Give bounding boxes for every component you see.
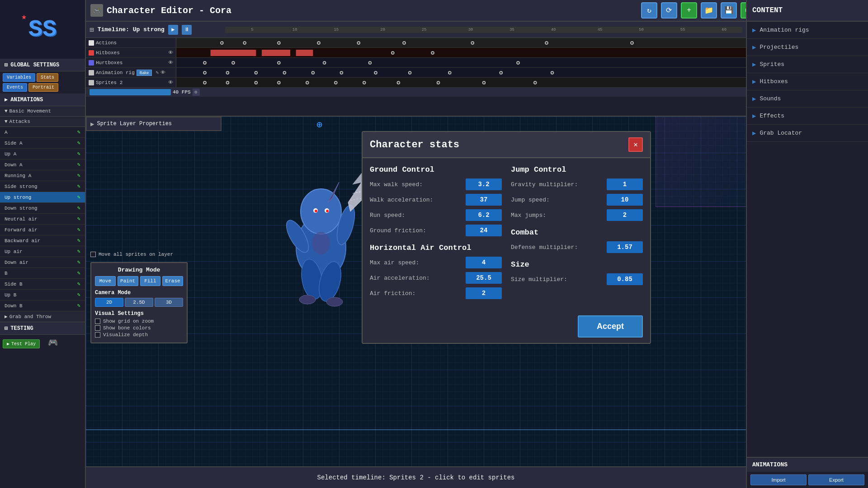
anim-item-down-b[interactable]: Down B ✎ (0, 300, 85, 311)
svg-point-14 (203, 61, 206, 64)
show-grid-checkbox[interactable] (95, 319, 100, 324)
anim-item-side-strong[interactable]: Side strong ✎ (0, 181, 85, 192)
attacks-header[interactable]: ▼ Attacks (0, 117, 85, 127)
anim-item-up-a[interactable]: Up A ✎ (0, 149, 85, 160)
anim-item-up-strong[interactable]: Up strong ✎ (0, 192, 85, 203)
defense-multiplier-value[interactable]: 1.57 (607, 241, 643, 253)
anim-item-down-strong-label: Down strong (5, 206, 38, 211)
anim-item-down-strong[interactable]: Down strong ✎ (0, 203, 85, 214)
svg-point-16 (278, 61, 280, 64)
size-multiplier-value[interactable]: 0.85 (607, 273, 643, 285)
track-anim-rig-label: Animation rig (96, 70, 135, 75)
move-sprites-checkbox[interactable] (90, 252, 96, 257)
svg-point-22 (255, 71, 257, 74)
variables-button[interactable]: Variables (3, 73, 35, 82)
jump-speed-value[interactable]: 10 (607, 194, 643, 206)
camera-2d-button[interactable]: 2D (95, 298, 123, 307)
anim-item-side-b[interactable]: Side B ✎ (0, 279, 85, 290)
anim-item-neutral-air[interactable]: Neutral air ✎ (0, 214, 85, 225)
max-jumps-value[interactable]: 2 (607, 209, 643, 221)
anim-item-running-a[interactable]: Running A ✎ (0, 170, 85, 181)
timeline-pause-button[interactable]: ⏸ (182, 25, 192, 35)
eye-hurtboxes-icon[interactable]: 👁 (168, 60, 173, 66)
anim-item-up-b[interactable]: Up B ✎ (0, 290, 85, 300)
edit-icon-side-strong: ✎ (77, 183, 80, 190)
visualize-depth-checkbox[interactable] (95, 332, 100, 338)
timeline-title: Timeline: Up strong (98, 26, 165, 33)
anim-item-forward-air[interactable]: Forward air ✎ (0, 225, 85, 235)
stats-button[interactable]: Stats (37, 73, 58, 82)
export-button[interactable]: Export (808, 474, 864, 485)
content-sprites[interactable]: ▶ Sprites (747, 56, 868, 73)
grab-throw-header[interactable]: ▶ Grab and Throw (0, 311, 85, 322)
anim-item-a[interactable]: A ✎ (0, 127, 85, 138)
eye-sprites2-icon[interactable]: 👁 (168, 80, 173, 85)
erase-button[interactable]: Erase (162, 276, 183, 286)
air-acceleration-value[interactable]: 25.5 (466, 272, 502, 284)
anim-item-up-air[interactable]: Up air ✎ (0, 246, 85, 257)
content-header: CONTENT (747, 0, 868, 22)
animations-bottom-header: ANIMATIONS (747, 457, 868, 472)
testing-label: TESTING (10, 325, 33, 332)
logo-star-icon: ★ (21, 11, 27, 22)
move-button[interactable]: Move (95, 276, 116, 286)
content-projectiles[interactable]: ▶ Projectiles (747, 39, 868, 56)
status-bar: Selected timeline: Sprites 2 - click to … (86, 466, 746, 488)
testing-header[interactable]: ⊞ TESTING (0, 322, 85, 335)
timeline-tracks: Actions Hitboxes (86, 38, 746, 88)
content-grab-locator[interactable]: ▶ Grab Locator (747, 125, 868, 142)
global-settings-header[interactable]: ⊞ GLOBAL SETTINGS (0, 59, 85, 71)
events-button[interactable]: Events (3, 83, 27, 92)
camera-3d-button[interactable]: 3D (155, 298, 183, 307)
walk-acceleration-value[interactable]: 37 (466, 194, 502, 206)
anim-item-side-a[interactable]: Side A ✎ (0, 138, 85, 149)
test-play-button[interactable]: ▶ Test Play (3, 339, 40, 348)
basic-movement-header[interactable]: ▼ Basic Movement (0, 106, 85, 117)
add-btn[interactable]: + (681, 2, 697, 19)
eye-anim-icon[interactable]: 👁 (160, 70, 165, 75)
refresh-btn[interactable]: ↻ (641, 2, 657, 19)
perspective-corner (656, 117, 746, 207)
anim-item-backward-air[interactable]: Backward air ✎ (0, 235, 85, 246)
run-speed-value[interactable]: 6.2 (466, 209, 502, 221)
logo-area: ★ SS (0, 0, 86, 59)
anim-item-b[interactable]: B ✎ (0, 268, 85, 279)
animations-header[interactable]: ▶ ANIMATIONS (0, 94, 85, 106)
fill-button[interactable]: Fill (140, 276, 161, 286)
timeline-settings-btn[interactable]: ⚙ (193, 89, 200, 96)
folder-btn[interactable]: 📁 (701, 2, 717, 19)
track-hurtboxes-label: Hurtboxes (96, 60, 123, 66)
max-walk-speed-value[interactable]: 3.2 (466, 178, 502, 190)
accept-button[interactable]: Accept (578, 315, 643, 338)
content-animation-rigs[interactable]: ▶ Animation rigs (747, 22, 868, 39)
stats-close-button[interactable]: ✕ (628, 137, 643, 152)
grab-throw-label: Grab and Throw (9, 314, 51, 319)
portrait-button[interactable]: Portrait (28, 83, 58, 92)
show-bone-checkbox[interactable] (95, 325, 100, 331)
anim-item-down-air[interactable]: Down air ✎ (0, 257, 85, 268)
max-air-speed-value[interactable]: 4 (466, 257, 502, 268)
svg-point-5 (403, 42, 406, 44)
arrow-sounds-icon: ▶ (752, 95, 756, 103)
ground-friction-value[interactable]: 24 (466, 225, 502, 236)
save-btn[interactable]: 💾 (721, 2, 737, 19)
pencil-anim-icon[interactable]: ✎ (156, 70, 159, 75)
chevron-icon: ▼ (5, 108, 8, 114)
import-button[interactable]: Import (750, 474, 807, 485)
air-friction-value[interactable]: 2 (466, 287, 502, 299)
redo-btn[interactable]: ⟳ (661, 2, 677, 19)
content-effects[interactable]: ▶ Effects (747, 108, 868, 125)
content-sounds[interactable]: ▶ Sounds (747, 90, 868, 108)
edit-icon-down-strong: ✎ (77, 205, 80, 211)
content-hitboxes[interactable]: ▶ Hitboxes (747, 73, 868, 90)
gravity-multiplier-value[interactable]: 1 (607, 178, 643, 190)
svg-point-26 (374, 71, 377, 74)
timeline-play-button[interactable]: ▶ (168, 25, 178, 35)
paint-button[interactable]: Paint (118, 276, 138, 286)
camera-2-5d-button[interactable]: 2.5D (125, 298, 153, 307)
eye-hitboxes-icon[interactable]: 👁 (168, 50, 173, 56)
edit-icon-side-b: ✎ (77, 281, 80, 287)
global-settings-buttons: Variables Stats Events Portrait (0, 71, 85, 94)
anim-item-down-a[interactable]: Down A ✎ (0, 160, 85, 170)
bake-button[interactable]: Bake (137, 70, 152, 76)
